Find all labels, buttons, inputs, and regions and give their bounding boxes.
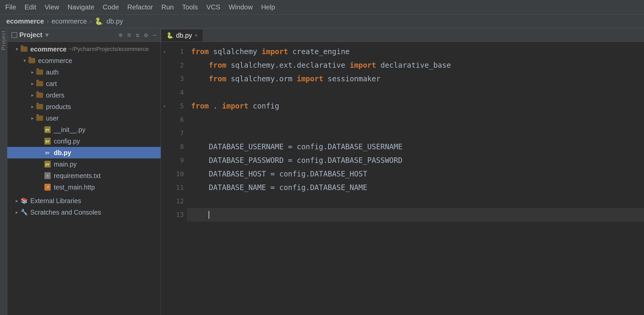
- breadcrumb-sep1: ›: [47, 17, 49, 25]
- fold-marker-5[interactable]: ▾: [161, 99, 168, 113]
- plain-5b: config: [248, 99, 279, 113]
- chevron-ecommerce-root: [14, 46, 20, 52]
- tree-item-scratches[interactable]: 🔧 Scratches and Consoles: [7, 207, 161, 218]
- ext-libs-icon: 📚: [20, 197, 28, 204]
- plain-3: sqlalchemy.orm: [226, 72, 297, 86]
- plain-5a: .: [209, 99, 222, 113]
- project-panel-title: Project ▾: [11, 31, 48, 39]
- code-line-7: [187, 127, 644, 140]
- panel-dropdown-arrow[interactable]: ▾: [45, 32, 48, 38]
- code-line-12: [187, 194, 644, 208]
- panel-header-actions: ⊕ ≡ ⇅ ⚙ —: [119, 31, 156, 39]
- breadcrumb-root[interactable]: ecommerce: [6, 17, 44, 25]
- tree-item-db-py[interactable]: py db.py: [7, 147, 161, 158]
- label-db-py: db.py: [54, 149, 71, 157]
- tab-db-py[interactable]: 🐍 db.py ×: [161, 29, 203, 42]
- label-config-py: config.py: [54, 138, 80, 145]
- tree-item-ecommerce-inner[interactable]: ecommerce: [7, 55, 161, 66]
- py-icon-init: py: [43, 126, 52, 133]
- kw-import-1: import: [262, 45, 288, 59]
- chevron-ecommerce-inner: [21, 58, 28, 64]
- editor-area: 🐍 db.py × ▾ ▾: [161, 28, 644, 315]
- menu-run[interactable]: Run: [161, 3, 174, 11]
- menu-file[interactable]: File: [5, 3, 16, 11]
- tab-label-db-py: db.py: [176, 32, 192, 39]
- panel-add-btn[interactable]: ⊕: [119, 31, 122, 39]
- label-cart: cart: [46, 80, 57, 88]
- menu-tools[interactable]: Tools: [182, 3, 198, 11]
- fold-marker-1[interactable]: ▾: [161, 45, 168, 59]
- label-requirements: requirements.txt: [54, 172, 101, 180]
- tree-item-test-main[interactable]: ↗ test_main.http: [7, 181, 161, 193]
- tree-item-cart[interactable]: cart: [7, 78, 161, 89]
- pink-kw-5: import: [222, 99, 248, 113]
- menu-navigate[interactable]: Navigate: [68, 3, 95, 11]
- kw-from-1: from: [191, 45, 209, 59]
- plain-9: DATABASE_PASSWORD = config.DATABASE_PASS…: [191, 154, 402, 167]
- tree-item-config-py[interactable]: py config.py: [7, 135, 161, 147]
- py-icon-db: py: [43, 149, 52, 156]
- menu-window[interactable]: Window: [229, 3, 253, 11]
- menu-refactor[interactable]: Refactor: [127, 3, 153, 11]
- tab-bar: 🐍 db.py ×: [161, 28, 644, 42]
- tab-close-btn[interactable]: ×: [195, 32, 198, 38]
- tree-item-user[interactable]: user: [7, 112, 161, 124]
- label-auth: auth: [46, 68, 59, 76]
- folder-icon-ecommerce-inner: [28, 57, 36, 64]
- project-tree: ecommerce ~/PycharmProjects/ecommerce ec…: [7, 42, 161, 220]
- code-content[interactable]: from sqlalchemy import create_engine fro…: [187, 42, 644, 315]
- menu-view[interactable]: View: [45, 3, 59, 11]
- tree-item-ecommerce-root[interactable]: ecommerce ~/PycharmProjects/ecommerce: [7, 43, 161, 55]
- code-line-3: from sqlalchemy.orm import sessionmaker: [187, 72, 644, 86]
- plain-1: sqlalchemy: [209, 45, 261, 59]
- menu-vcs[interactable]: VCS: [206, 3, 220, 11]
- plain-11: DATABASE_NAME = config.DATABASE_NAME: [191, 181, 367, 194]
- folder-icon-user: [36, 115, 44, 122]
- folder-icon-auth: [36, 69, 44, 76]
- menu-edit[interactable]: Edit: [25, 3, 36, 11]
- tree-item-auth[interactable]: auth: [7, 66, 161, 78]
- menu-code[interactable]: Code: [103, 3, 119, 11]
- menu-help[interactable]: Help: [261, 3, 275, 11]
- code-editor[interactable]: ▾ ▾ 1 2 3 4 5 6: [161, 42, 644, 315]
- fold-gutter: ▾ ▾: [161, 42, 168, 315]
- panel-settings-btn[interactable]: ⚙: [144, 31, 148, 39]
- tree-item-products[interactable]: products: [7, 101, 161, 112]
- label-init-py: __init__.py: [54, 126, 85, 134]
- breadcrumb: ecommerce › ecommerce › 🐍 db.py: [0, 15, 644, 28]
- tree-item-requirements[interactable]: ≡ requirements.txt: [7, 170, 161, 181]
- project-panel-header: Project ▾ ⊕ ≡ ⇅ ⚙ —: [7, 28, 161, 42]
- panel-title-label: Project: [19, 31, 42, 39]
- panel-collapse-btn[interactable]: ≡: [127, 31, 131, 39]
- chevron-user: [29, 115, 36, 121]
- chevron-external-libs: [14, 198, 20, 204]
- label-test-main: test_main.http: [54, 184, 95, 191]
- panel-close-btn[interactable]: —: [153, 31, 156, 39]
- breadcrumb-file[interactable]: db.py: [107, 17, 123, 25]
- plain-2b: declarative_base: [376, 59, 451, 72]
- code-line-1: from sqlalchemy import create_engine: [187, 45, 644, 59]
- tree-item-orders[interactable]: orders: [7, 89, 161, 101]
- tree-item-external-libs[interactable]: 📚 External Libraries: [7, 195, 161, 207]
- kw-import-3: import: [297, 72, 323, 86]
- breadcrumb-inner[interactable]: ecommerce: [51, 17, 87, 25]
- code-line-10: DATABASE_HOST = config.DATABASE_HOST: [187, 167, 644, 181]
- tree-item-main-py[interactable]: py main.py: [7, 158, 161, 170]
- label-products: products: [46, 103, 71, 111]
- menubar: File Edit View Navigate Code Refactor Ru…: [0, 0, 644, 15]
- code-line-6: [187, 113, 644, 127]
- kw-import-2: import: [350, 59, 376, 72]
- tree-item-init-py[interactable]: py __init__.py: [7, 124, 161, 135]
- chevron-scratches: [14, 209, 20, 215]
- plain-8: DATABASE_USERNAME = config.DATABASE_USER…: [191, 140, 402, 154]
- indent-2: [191, 59, 209, 72]
- py-icon-config: py: [43, 138, 52, 145]
- project-panel: Project ▾ ⊕ ≡ ⇅ ⚙ — ecommerce ~/PycharmP…: [7, 28, 161, 315]
- panel-expand-btn[interactable]: ⇅: [136, 31, 139, 39]
- label-main-py: main.py: [54, 161, 77, 168]
- plain-3b: sessionmaker: [323, 72, 380, 86]
- plain-10: DATABASE_HOST = config.DATABASE_HOST: [191, 167, 367, 181]
- code-line-5: from . import config: [187, 99, 644, 113]
- label-user: user: [46, 114, 59, 122]
- http-icon-test-main: ↗: [43, 184, 52, 191]
